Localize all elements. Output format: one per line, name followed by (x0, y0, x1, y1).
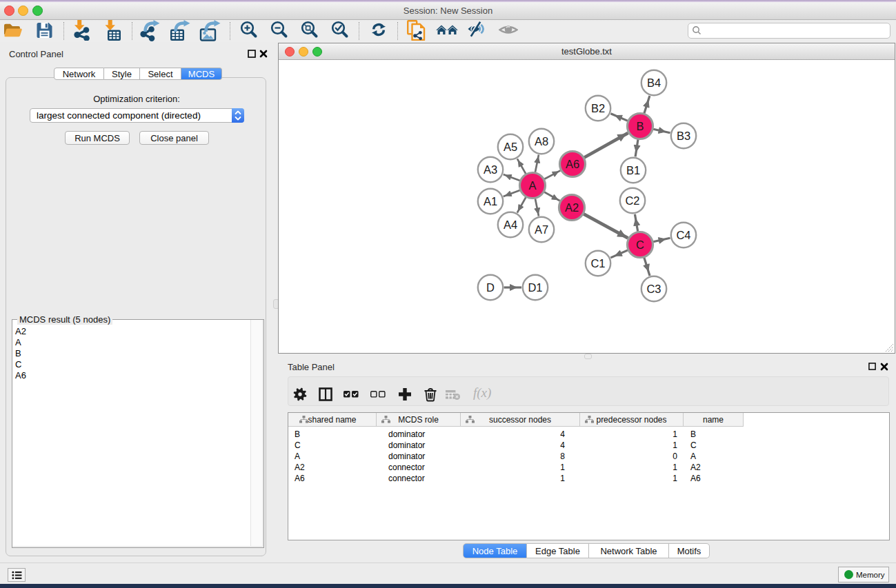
svg-text:C4: C4 (676, 229, 690, 241)
svg-text:C1: C1 (590, 257, 605, 270)
svg-text:B: B (636, 120, 644, 132)
svg-text:A5: A5 (504, 141, 517, 153)
svg-text:A: A (528, 179, 536, 192)
svg-text:C2: C2 (625, 194, 639, 207)
svg-text:C: C (636, 239, 644, 251)
svg-text:A8: A8 (535, 135, 548, 148)
svg-text:A7: A7 (535, 223, 548, 236)
svg-text:A6: A6 (566, 158, 579, 170)
svg-text:A3: A3 (484, 163, 497, 176)
svg-text:A2: A2 (565, 201, 579, 214)
svg-text:C3: C3 (646, 283, 661, 295)
svg-text:B1: B1 (626, 164, 640, 176)
svg-text:A1: A1 (484, 195, 497, 207)
svg-text:A4: A4 (504, 219, 517, 231)
svg-text:B4: B4 (647, 77, 661, 89)
svg-text:B2: B2 (591, 102, 605, 114)
svg-text:D1: D1 (528, 281, 542, 294)
svg-text:B3: B3 (677, 130, 690, 142)
svg-text:D: D (486, 281, 495, 294)
